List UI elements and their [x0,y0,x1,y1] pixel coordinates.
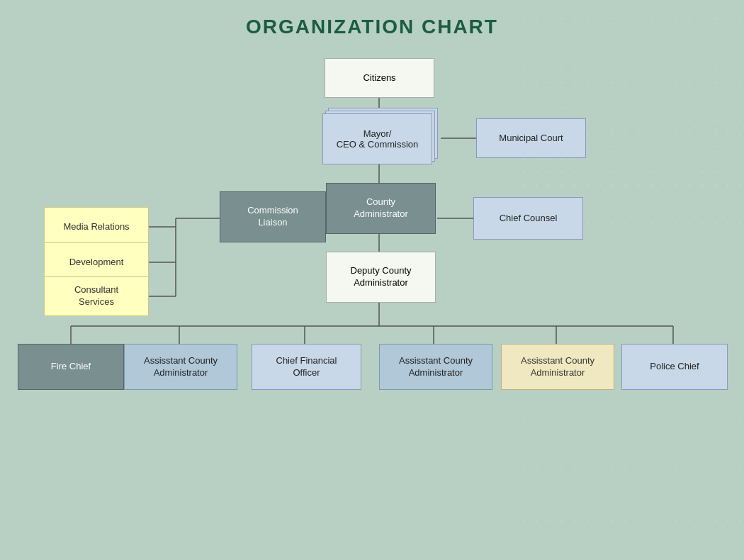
municipal-court-box: Municipal Court [476,118,586,158]
media-relations-box: Media Relations [44,207,149,247]
fire-chief-box: Fire Chief [18,344,124,390]
deputy-county-admin-box: Deputy County Administrator [326,252,436,303]
commission-liaison-box: Commission Liaison [220,191,326,242]
mayor-box: Mayor/ CEO & Commission [322,113,432,164]
consultant-services-box: Consultant Services [44,276,149,316]
police-chief-box: Police Chief [621,344,728,390]
citizens-box: Citizens [325,58,434,98]
cfo-box: Chief Financial Officer [252,344,361,390]
asst-admin-1-box: Assisstant County Administrator [124,344,237,390]
chief-counsel-box: Chief Counsel [473,197,583,240]
page-title: ORGANIZATION CHART [0,0,744,38]
asst-admin-3-box: Assisstant County Administrator [501,344,614,390]
county-admin-box: County Administrator [326,183,436,234]
asst-admin-2-box: Assisstant County Administrator [379,344,492,390]
